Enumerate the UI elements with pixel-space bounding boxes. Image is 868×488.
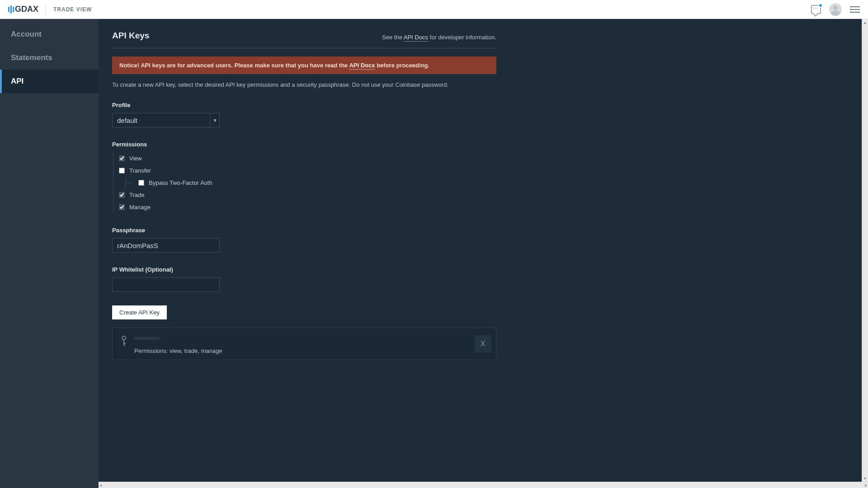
key-icon [121, 335, 127, 348]
notice-banner: Notice! API keys are for advanced users.… [112, 56, 496, 74]
docs-prefix: See the [382, 34, 404, 41]
avatar-icon[interactable] [829, 3, 842, 16]
perm-view[interactable]: View [119, 152, 496, 164]
create-api-key-button[interactable]: Create API Key [112, 305, 167, 319]
perm-transfer[interactable]: Transfer [119, 164, 496, 177]
sidebar-item-api[interactable]: API [0, 70, 99, 93]
main-area: API Keys See the API Docs for developer … [99, 19, 868, 488]
perm-trade-label: Trade [129, 192, 144, 198]
chat-icon[interactable] [811, 5, 821, 14]
notice-after: before proceeding. [375, 62, 430, 69]
passphrase-input[interactable] [112, 238, 220, 253]
vertical-scrollbar[interactable]: ▴▾ [862, 19, 868, 482]
perm-bypass-2fa-checkbox[interactable] [138, 180, 144, 186]
passphrase-label: Passphrase [112, 227, 496, 234]
perm-transfer-label: Transfer [129, 167, 151, 174]
docs-note: See the API Docs for developer informati… [382, 34, 496, 41]
perm-bypass-2fa-label: Bypass Two-Factor Auth [149, 179, 212, 186]
profile-select[interactable] [112, 113, 220, 127]
topbar: GDAX TRADE VIEW [0, 0, 868, 19]
logo-bars-icon [8, 5, 14, 14]
svg-point-0 [122, 336, 126, 340]
perm-bypass-2fa[interactable]: Bypass Two-Factor Auth [126, 177, 496, 189]
perm-transfer-checkbox[interactable] [119, 168, 125, 174]
instruction-text: To create a new API key, select the desi… [112, 81, 496, 88]
perm-trade[interactable]: Trade [119, 189, 496, 201]
sidebar-item-account[interactable]: Account [0, 23, 99, 46]
brand-text: GDAX [15, 5, 38, 14]
perm-manage[interactable]: Manage [119, 201, 496, 213]
tree-elbow-icon [126, 179, 131, 183]
ip-whitelist-label: IP Whitelist (Optional) [112, 266, 496, 273]
docs-suffix: for developer information. [428, 34, 496, 41]
perm-manage-checkbox[interactable] [119, 204, 125, 210]
ip-whitelist-input[interactable] [112, 277, 220, 292]
api-key-card: ••••••••• Permissions: view, trade, mana… [112, 328, 496, 360]
api-key-name-masked: ••••••••• [134, 334, 488, 342]
perm-manage-label: Manage [129, 204, 151, 211]
brand-logo[interactable]: GDAX [8, 5, 38, 14]
sidebar: Account Statements API [0, 19, 99, 488]
trade-view-link[interactable]: TRADE VIEW [53, 6, 92, 13]
api-key-permissions: Permissions: view, trade, manage [134, 347, 488, 354]
delete-api-key-button[interactable]: X [474, 335, 491, 352]
sidebar-item-statements[interactable]: Statements [0, 46, 99, 70]
menu-icon[interactable] [850, 6, 860, 13]
perm-view-label: View [129, 155, 142, 162]
notice-before: Notice! API keys are for advanced users.… [119, 62, 349, 69]
page-title: API Keys [112, 31, 149, 41]
perm-view-checkbox[interactable] [119, 155, 125, 161]
permissions-label: Permissions [112, 141, 496, 148]
notice-api-docs-link[interactable]: API Docs [349, 62, 375, 70]
api-docs-link[interactable]: API Docs [404, 34, 428, 42]
permissions-group: View Transfer Bypass Two-Factor Auth [113, 152, 496, 213]
notification-badge [818, 3, 823, 8]
horizontal-scrollbar[interactable]: ◂▸ [99, 482, 868, 488]
profile-label: Profile [112, 102, 496, 108]
perm-trade-checkbox[interactable] [119, 192, 125, 198]
topbar-divider [46, 4, 46, 15]
topbar-actions [811, 3, 860, 16]
